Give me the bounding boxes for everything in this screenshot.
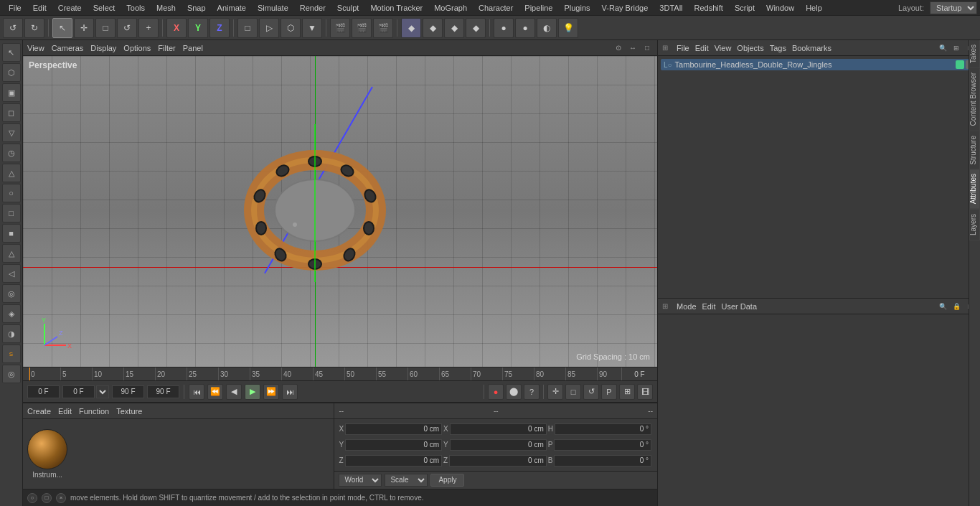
attr-search-icon[interactable]: 🔍	[937, 301, 948, 312]
sidebar-icon-spline[interactable]: ▽	[2, 123, 21, 142]
poly-mode-button[interactable]: ▼	[302, 18, 322, 38]
menu-create[interactable]: Create	[52, 2, 88, 14]
sidebar-icon-diamond[interactable]: ◈	[2, 304, 21, 323]
menu-sculpt[interactable]: Sculpt	[331, 2, 365, 14]
mat-menu-create[interactable]: Create	[27, 407, 51, 416]
menu-redshift[interactable]: Redshift	[689, 2, 729, 14]
sidebar-icon-triangle[interactable]: △	[2, 164, 21, 182]
pb-grid-button[interactable]: ⊞	[619, 384, 635, 400]
sidebar-icon-paint[interactable]: ⬡	[2, 63, 21, 82]
menu-animate[interactable]: Animate	[212, 2, 252, 14]
record-button[interactable]: ●	[488, 384, 504, 400]
menu-script[interactable]: Script	[729, 2, 760, 14]
status-icon-2[interactable]: □	[42, 493, 52, 503]
coord-h-field[interactable]	[555, 423, 651, 435]
obj-menu-edit[interactable]: Edit	[695, 44, 709, 52]
menu-select[interactable]: Select	[88, 2, 121, 14]
sidebar-icon-half[interactable]: ◑	[2, 324, 21, 343]
redo-button[interactable]: ↻	[24, 18, 44, 38]
status-icon-3[interactable]: ×	[56, 493, 66, 503]
coord-y-pos-field[interactable]	[345, 439, 442, 451]
viewport-canvas[interactable]: Perspective	[23, 56, 657, 367]
menu-window[interactable]: Window	[760, 2, 800, 14]
coord-b-field[interactable]	[554, 455, 651, 467]
pb-icon-1[interactable]: P	[601, 384, 617, 400]
z-axis-button[interactable]: Z	[209, 18, 230, 38]
keyframe-button[interactable]: ?	[524, 384, 540, 400]
x-axis-button[interactable]: X	[166, 18, 187, 38]
edge-mode-button[interactable]: ⬡	[281, 18, 301, 38]
point-mode-button[interactable]: ▷	[259, 18, 279, 38]
side-tab-attributes[interactable]: Attributes	[969, 169, 980, 209]
coord-world-dropdown[interactable]: World	[339, 474, 382, 487]
menu-plugins[interactable]: Plugins	[558, 2, 595, 14]
vp-menu-display[interactable]: Display	[90, 44, 116, 52]
coord-p-field[interactable]	[554, 439, 651, 451]
sidebar-icon-select[interactable]: ↖	[2, 43, 21, 62]
obj-menu-objects[interactable]: Objects	[737, 44, 763, 52]
light2-button[interactable]: 💡	[558, 18, 578, 38]
obj-menu-tags[interactable]: Tags	[770, 44, 786, 52]
pb-film-button[interactable]: 🎞	[637, 384, 653, 400]
sidebar-icon-box[interactable]: □	[2, 204, 21, 222]
coord-z-pos-field[interactable]	[345, 455, 443, 467]
object-dot-green[interactable]	[956, 60, 964, 69]
cube-button[interactable]: ◆	[401, 18, 421, 38]
obj-icon-2[interactable]: ⊞	[951, 42, 962, 54]
material-item[interactable]: Instrum...	[27, 429, 67, 479]
playback-current-frame[interactable]	[62, 385, 95, 398]
move-pb-button[interactable]: ✛	[547, 384, 563, 400]
sidebar-icon-circle[interactable]: ○	[2, 184, 21, 202]
menu-render[interactable]: Render	[294, 2, 331, 14]
sidebar-icon-tri2[interactable]: △	[2, 244, 21, 263]
material-button[interactable]: ◐	[537, 18, 557, 38]
move-tool-button[interactable]: ✛	[74, 18, 94, 38]
side-tab-layers[interactable]: Layers	[969, 209, 980, 240]
scale-pb-button[interactable]: □	[565, 384, 581, 400]
rotate-tool-button[interactable]: ↺	[117, 18, 137, 38]
timeline-end-frame[interactable]: 0 F	[621, 367, 657, 380]
menu-simulate[interactable]: Simulate	[252, 2, 294, 14]
undo-button[interactable]: ↺	[3, 18, 23, 38]
coord-apply-button[interactable]: Apply	[430, 474, 464, 487]
obj-search-icon[interactable]: 🔍	[937, 42, 948, 54]
vp-menu-panel[interactable]: Panel	[183, 44, 203, 52]
auto-key-button[interactable]: ⬤	[506, 384, 522, 400]
render-view-button[interactable]: 🎬	[330, 18, 350, 38]
menu-file[interactable]: File	[3, 2, 27, 14]
sidebar-icon-clock[interactable]: ◷	[2, 144, 21, 162]
menu-3dtall[interactable]: 3DTAll	[654, 2, 688, 14]
menu-help[interactable]: Help	[800, 2, 828, 14]
menu-character[interactable]: Character	[473, 2, 519, 14]
y-axis-button[interactable]: Y	[188, 18, 208, 38]
sphere-button[interactable]: ◆	[423, 18, 443, 38]
coord-x-pos-field[interactable]	[345, 423, 442, 435]
play-forward-button[interactable]: ▶	[245, 384, 260, 400]
vp-menu-options[interactable]: Options	[123, 44, 151, 52]
mat-menu-edit[interactable]: Edit	[58, 407, 72, 416]
vp-icon-1[interactable]: ⊙	[613, 42, 624, 54]
obj-menu-bookmarks[interactable]: Bookmarks	[792, 44, 831, 52]
menu-tools[interactable]: Tools	[121, 2, 151, 14]
transform-button[interactable]: +	[138, 18, 159, 38]
sidebar-icon-sculpt[interactable]: ▣	[2, 83, 21, 102]
menu-pipeline[interactable]: Pipeline	[519, 2, 558, 14]
playback-end-frame1[interactable]	[112, 385, 144, 398]
viewport[interactable]: View Cameras Display Options Filter Pane…	[23, 40, 657, 367]
menu-motion-tracker[interactable]: Motion Tracker	[364, 2, 428, 14]
attr-menu-mode[interactable]: Mode	[677, 302, 697, 311]
playback-end-frame2[interactable]	[147, 385, 179, 398]
obj-menu-view[interactable]: View	[715, 44, 732, 52]
goto-end-button[interactable]: ⏭	[282, 384, 298, 400]
playback-start-frame[interactable]	[27, 385, 60, 398]
vp-icon-3[interactable]: □	[641, 42, 653, 54]
camera-button[interactable]: ●	[494, 18, 514, 38]
rotate-pb-button[interactable]: ↺	[583, 384, 599, 400]
step-forward-button[interactable]: ⏩	[263, 384, 279, 400]
attr-lock-icon[interactable]: 🔒	[951, 301, 962, 312]
layout-select[interactable]: Startup	[930, 1, 977, 14]
menu-mograph[interactable]: MoGraph	[428, 2, 473, 14]
mat-menu-function[interactable]: Function	[79, 407, 109, 416]
menu-vray[interactable]: V-Ray Bridge	[596, 2, 654, 14]
step-back-button[interactable]: ⏪	[207, 384, 223, 400]
